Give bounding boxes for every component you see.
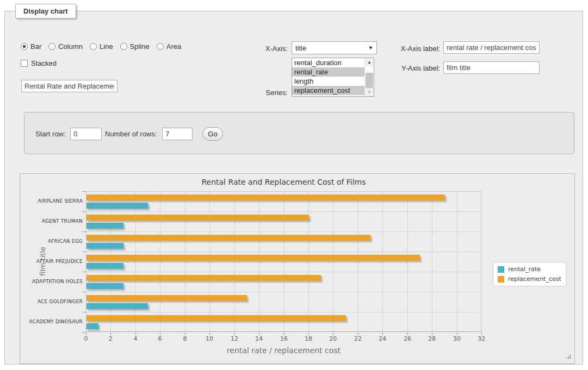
radio-label: Line	[100, 42, 113, 51]
series-option-rental_duration[interactable]: rental_duration	[292, 58, 364, 67]
stacked-label: Stacked	[31, 59, 57, 67]
bar-rental_rate	[86, 323, 98, 329]
radio-area[interactable]: Area	[157, 42, 181, 51]
series-field-label: Series:	[239, 89, 288, 97]
y-axis-label-input[interactable]	[443, 61, 540, 74]
gridline-vertical	[185, 192, 185, 331]
radio-label: Area	[166, 42, 181, 51]
gridline-vertical	[284, 192, 284, 331]
category-label: AGENT TRUMAN	[20, 211, 83, 231]
radio-icon[interactable]	[48, 43, 55, 50]
bar-rental_rate	[86, 263, 123, 269]
x-tick-label: 22	[349, 335, 367, 342]
axis-tick	[82, 312, 86, 312]
radio-label: Spline	[130, 42, 150, 51]
x-axis-label-field-label: X-Axis label:	[380, 45, 440, 53]
x-tick-label: 12	[225, 335, 244, 342]
gridline-vertical	[234, 192, 235, 331]
gridline-vertical	[259, 192, 259, 331]
bar-replacement_cost	[86, 275, 321, 281]
x-axis-label-input[interactable]	[443, 41, 540, 54]
number-of-rows-input[interactable]	[162, 128, 193, 140]
display-chart-panel: BarColumnLineSplineArea Stacked X-Axis: …	[4, 11, 583, 365]
x-tick-label: 6	[151, 335, 169, 342]
page: Display chart BarColumnLineSplineArea St…	[0, 0, 588, 370]
x-tick-label: 32	[472, 335, 491, 342]
scrollbar-thumb[interactable]	[366, 73, 373, 88]
chart-legend: rental_ratereplacement_cost	[493, 262, 566, 286]
bar-replacement_cost	[86, 235, 370, 241]
bar-replacement_cost	[86, 255, 420, 261]
bar-replacement_cost	[86, 215, 309, 221]
y-axis-label-field-label: Y-Axis label:	[380, 64, 440, 72]
radio-icon[interactable]	[21, 43, 28, 50]
chart-title: Rental Rate and Replacement Cost of Film…	[86, 178, 481, 186]
scroll-up-icon[interactable]: ▲	[365, 58, 374, 66]
gridline-vertical	[110, 192, 111, 331]
gridline-vertical	[407, 192, 408, 331]
series-option-rental_rate[interactable]: rental_rate	[292, 67, 364, 77]
legend-label: replacement_cost	[508, 275, 561, 283]
gridline-horizontal	[86, 312, 481, 312]
x-tick-label: 10	[200, 335, 219, 342]
radio-icon[interactable]	[157, 43, 164, 50]
axis-tick	[82, 332, 86, 333]
axis-tick	[82, 231, 86, 232]
bar-rental_rate	[86, 303, 148, 309]
row-range-box: Start row: Number of rows: Go	[24, 112, 574, 154]
resize-handle-icon[interactable]	[566, 354, 571, 359]
series-option-replacement_cost[interactable]: replacement_cost	[292, 86, 364, 95]
x-axis-select[interactable]: title ▼	[292, 41, 377, 54]
scroll-down-icon[interactable]: ▼	[365, 88, 374, 96]
category-label: ACE GOLDFINGER	[20, 292, 83, 312]
number-of-rows-label: Number of rows:	[105, 130, 157, 138]
x-tick-label: 8	[176, 335, 194, 342]
stacked-option[interactable]: Stacked	[21, 59, 57, 67]
radio-label: Column	[58, 42, 83, 51]
radio-line[interactable]: Line	[90, 42, 113, 51]
chevron-down-icon: ▼	[368, 45, 373, 51]
legend-row: replacement_cost	[498, 275, 561, 283]
chart-title-input[interactable]	[21, 80, 117, 92]
bar-rental_rate	[86, 203, 148, 209]
category-label: AFRICAN EGG	[20, 231, 83, 252]
chart-area: Rental Rate and Replacement Cost of Film…	[20, 173, 575, 364]
x-axis-selected-value: title	[295, 44, 306, 52]
x-axis-field-label: X-Axis:	[239, 45, 288, 53]
x-tick-label: 16	[275, 335, 293, 342]
radio-icon[interactable]	[90, 43, 97, 50]
x-tick-label: 2	[101, 335, 120, 342]
x-tick-label: 30	[448, 335, 466, 342]
radio-icon[interactable]	[120, 43, 127, 50]
series-listbox[interactable]: rental_durationrental_ratelengthreplacem…	[292, 58, 374, 97]
gridline-horizontal	[86, 272, 481, 272]
stacked-checkbox[interactable]	[21, 60, 28, 67]
gridline-horizontal	[86, 252, 481, 252]
radio-column[interactable]: Column	[48, 42, 83, 51]
gridline-vertical	[457, 192, 457, 331]
gridline-vertical	[358, 192, 358, 331]
listbox-scrollbar[interactable]: ▲ ▼	[364, 58, 374, 96]
bar-replacement_cost	[86, 295, 247, 301]
x-tick-label: 20	[324, 335, 342, 342]
start-row-input[interactable]	[70, 128, 102, 140]
axis-tick	[82, 272, 86, 272]
series-options: rental_durationrental_ratelengthreplacem…	[292, 58, 364, 96]
gridline-vertical	[308, 192, 309, 331]
gridline-vertical	[209, 192, 210, 331]
legend-label: rental_rate	[508, 266, 541, 273]
radio-spline[interactable]: Spline	[120, 42, 150, 51]
category-label: ADAPTATION HOLES	[20, 272, 83, 292]
gridline-vertical	[333, 192, 333, 331]
series-option-length[interactable]: length	[292, 77, 364, 86]
gridline-vertical	[135, 192, 136, 331]
radio-bar[interactable]: Bar	[21, 42, 41, 51]
axis-tick	[82, 211, 86, 212]
gridline-vertical	[160, 192, 160, 331]
gridline-horizontal	[86, 292, 481, 292]
x-tick-label: 14	[250, 335, 268, 342]
category-label: AIRPLANE SIERRA	[20, 191, 83, 211]
go-button[interactable]: Go	[202, 127, 223, 141]
axis-tick	[82, 191, 86, 192]
gridline-vertical	[382, 192, 383, 331]
